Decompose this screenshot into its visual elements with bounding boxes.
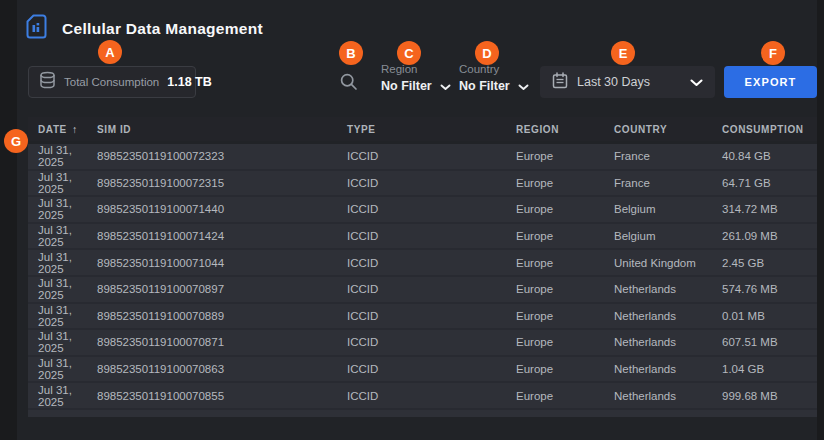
- cell-date: Jul 31, 2025: [38, 251, 97, 275]
- toolbar: Total Consumption 1.18 TB Region No Filt…: [17, 66, 817, 98]
- cell-country: Netherlands: [614, 283, 722, 295]
- column-header-type[interactable]: TYPE: [347, 124, 516, 135]
- cell-region: Europe: [516, 283, 614, 295]
- cell-country: Belgium: [614, 203, 722, 215]
- column-header-sim-id[interactable]: SIM ID: [97, 124, 347, 135]
- table-row[interactable]: Jul 31, 2025 89852350119100071424 ICCID …: [28, 224, 817, 251]
- cell-consumption: 0.01 MB: [722, 310, 817, 322]
- table-header-row: DATE↑ SIM ID TYPE REGION COUNTRY CONSUMP…: [28, 117, 817, 144]
- cell-type: ICCID: [347, 150, 516, 162]
- cell-consumption: 2.45 GB: [722, 257, 817, 269]
- table-row[interactable]: Jul 31, 2025 89852350119100070897 ICCID …: [28, 277, 817, 304]
- cell-consumption: 64.71 GB: [722, 177, 817, 189]
- annotation-badge-e: E: [611, 41, 635, 65]
- cell-consumption: 999.68 MB: [722, 390, 817, 402]
- table-row[interactable]: Jul 31, 2025 89852350119100070889 ICCID …: [28, 304, 817, 331]
- cell-country: Netherlands: [614, 336, 722, 348]
- cell-consumption: 1.04 GB: [722, 363, 817, 375]
- cell-type: ICCID: [347, 363, 516, 375]
- export-button[interactable]: EXPORT: [724, 66, 817, 98]
- cell-country: Netherlands: [614, 310, 722, 322]
- table-row[interactable]: Jul 31, 2025 89852350119100071440 ICCID …: [28, 197, 817, 224]
- cell-type: ICCID: [347, 336, 516, 348]
- cell-type: ICCID: [347, 283, 516, 295]
- total-consumption-card: Total Consumption 1.18 TB: [28, 66, 196, 98]
- table-row[interactable]: Jul 31, 2025 89852350119100070863 ICCID …: [28, 357, 817, 384]
- cell-region: Europe: [516, 363, 614, 375]
- cell-region: Europe: [516, 150, 614, 162]
- cell-date: Jul 31, 2025: [38, 330, 97, 354]
- cell-date: Jul 31, 2025: [38, 357, 97, 381]
- cell-date: Jul 31, 2025: [38, 384, 97, 408]
- cell-region: Europe: [516, 230, 614, 242]
- cell-consumption: 261.09 MB: [722, 230, 817, 242]
- cell-type: ICCID: [347, 177, 516, 189]
- country-filter-value: No Filter: [459, 79, 510, 93]
- table-row-partial: [28, 410, 817, 417]
- cell-country: Netherlands: [614, 363, 722, 375]
- search-icon[interactable]: [340, 73, 358, 91]
- region-filter-label: Region: [381, 63, 451, 75]
- sim-card-icon: [24, 13, 49, 44]
- cell-date: Jul 31, 2025: [38, 144, 97, 168]
- cell-country: France: [614, 177, 722, 189]
- cell-region: Europe: [516, 257, 614, 269]
- cell-sim-id: 89852350119100070855: [97, 390, 347, 402]
- cell-consumption: 314.72 MB: [722, 203, 817, 215]
- cell-sim-id: 89852350119100071424: [97, 230, 347, 242]
- cell-date: Jul 31, 2025: [38, 224, 97, 248]
- region-filter[interactable]: Region No Filter: [381, 63, 451, 95]
- cell-type: ICCID: [347, 203, 516, 215]
- page-title: Cellular Data Management: [62, 20, 263, 38]
- table-row[interactable]: Jul 31, 2025 89852350119100072315 ICCID …: [28, 171, 817, 198]
- chevron-down-icon: [440, 77, 451, 95]
- column-header-region[interactable]: REGION: [516, 124, 614, 135]
- calendar-icon: [552, 72, 568, 93]
- cell-date: Jul 31, 2025: [38, 277, 97, 301]
- table-row[interactable]: Jul 31, 2025 89852350119100071044 ICCID …: [28, 250, 817, 277]
- chevron-down-icon: [518, 77, 529, 95]
- cell-sim-id: 89852350119100071440: [97, 203, 347, 215]
- cell-region: Europe: [516, 177, 614, 189]
- cellular-data-management-screen: { "header": { "title": "Cellular Data Ma…: [0, 0, 824, 440]
- cell-region: Europe: [516, 310, 614, 322]
- cell-sim-id: 89852350119100070863: [97, 363, 347, 375]
- total-consumption-value: 1.18 TB: [167, 75, 211, 89]
- table-row[interactable]: Jul 31, 2025 89852350119100070855 ICCID …: [28, 383, 817, 410]
- cell-country: United Kingdom: [614, 257, 722, 269]
- consumption-table: DATE↑ SIM ID TYPE REGION COUNTRY CONSUMP…: [28, 117, 817, 417]
- cell-sim-id: 89852350119100070889: [97, 310, 347, 322]
- annotation-badge-g: G: [4, 129, 28, 153]
- cell-date: Jul 31, 2025: [38, 304, 97, 328]
- table-row[interactable]: Jul 31, 2025 89852350119100072323 ICCID …: [28, 144, 817, 171]
- cell-sim-id: 89852350119100071044: [97, 257, 347, 269]
- main-panel: Cellular Data Management Total Consumpti…: [17, 0, 817, 440]
- cell-country: Belgium: [614, 230, 722, 242]
- annotation-badge-c: C: [397, 41, 421, 65]
- annotation-badge-a: A: [98, 40, 122, 64]
- column-header-date[interactable]: DATE↑: [38, 123, 97, 135]
- cell-region: Europe: [516, 390, 614, 402]
- cell-sim-id: 89852350119100072323: [97, 150, 347, 162]
- column-header-consumption[interactable]: CONSUMPTION: [722, 124, 817, 135]
- cell-date: Jul 31, 2025: [38, 171, 97, 195]
- cell-date: Jul 31, 2025: [38, 197, 97, 221]
- cell-country: Netherlands: [614, 390, 722, 402]
- cell-type: ICCID: [347, 390, 516, 402]
- cell-sim-id: 89852350119100070871: [97, 336, 347, 348]
- table-row[interactable]: Jul 31, 2025 89852350119100070871 ICCID …: [28, 330, 817, 357]
- annotation-badge-f: F: [761, 41, 785, 65]
- sort-ascending-icon: ↑: [72, 123, 78, 135]
- cell-region: Europe: [516, 203, 614, 215]
- column-header-country[interactable]: COUNTRY: [614, 124, 722, 135]
- date-range-select[interactable]: Last 30 Days: [540, 66, 715, 98]
- cell-type: ICCID: [347, 310, 516, 322]
- chevron-down-icon: [690, 73, 703, 91]
- cell-consumption: 607.51 MB: [722, 336, 817, 348]
- country-filter[interactable]: Country No Filter: [459, 63, 529, 95]
- country-filter-label: Country: [459, 63, 529, 75]
- cell-consumption: 40.84 GB: [722, 150, 817, 162]
- region-filter-value: No Filter: [381, 79, 432, 93]
- cell-sim-id: 89852350119100072315: [97, 177, 347, 189]
- total-consumption-label: Total Consumption: [64, 76, 159, 88]
